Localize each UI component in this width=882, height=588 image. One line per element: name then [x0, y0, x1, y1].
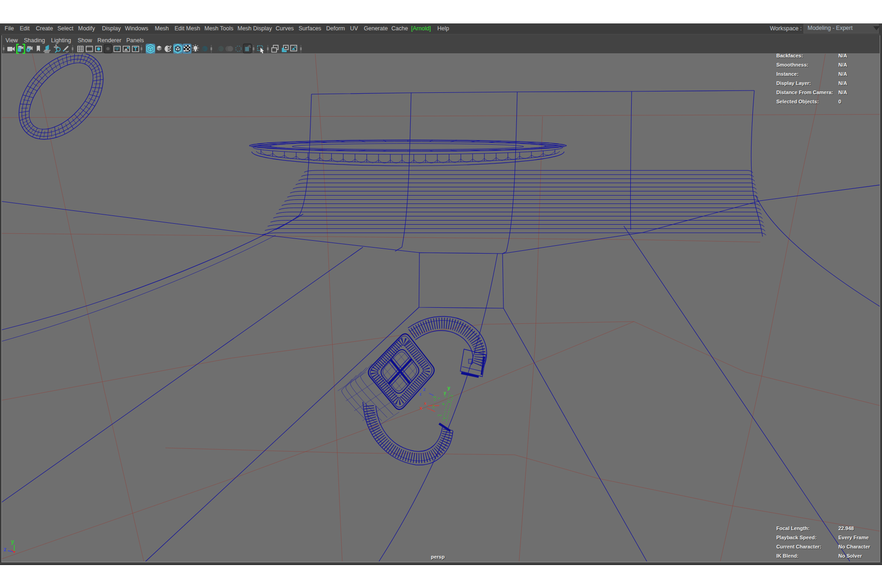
svg-text:y: y — [444, 390, 446, 395]
svg-text:y: y — [447, 385, 451, 390]
svg-text:x: x — [419, 405, 423, 411]
svg-text:z: z — [423, 386, 426, 392]
svg-text:z: z — [4, 546, 6, 553]
svg-text:x: x — [424, 401, 426, 406]
svg-text:y: y — [11, 538, 14, 545]
svg-text:z: z — [419, 392, 422, 396]
